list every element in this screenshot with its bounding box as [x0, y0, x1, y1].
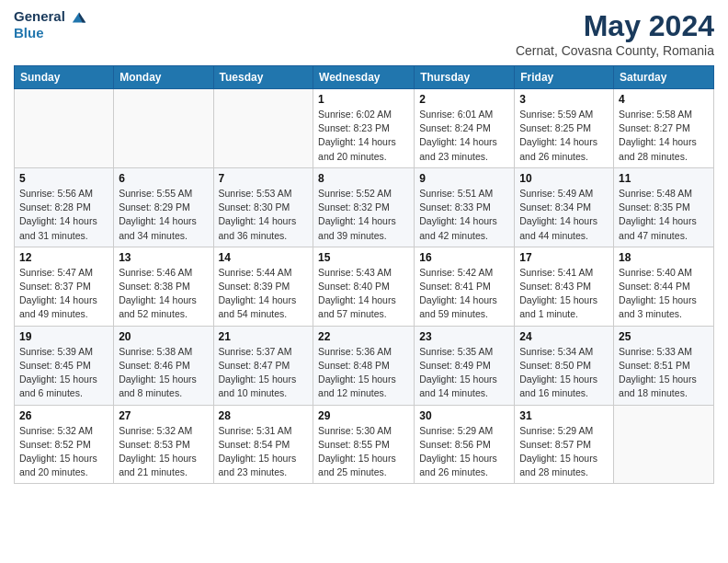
day-info: Sunrise: 5:36 AM Sunset: 8:48 PM Dayligh… — [318, 345, 409, 401]
day-number: 4 — [619, 93, 709, 106]
calendar-cell: 18Sunrise: 5:40 AM Sunset: 8:44 PM Dayli… — [614, 247, 714, 326]
calendar-cell: 24Sunrise: 5:34 AM Sunset: 8:50 PM Dayli… — [515, 326, 614, 405]
day-info: Sunrise: 5:49 AM Sunset: 8:34 PM Dayligh… — [519, 187, 609, 243]
day-number: 15 — [318, 251, 409, 264]
calendar-cell: 11Sunrise: 5:48 AM Sunset: 8:35 PM Dayli… — [614, 167, 714, 247]
header: General Blue May 2024 Cernat, Covasna Co… — [14, 9, 714, 58]
calendar-cell: 9Sunrise: 5:51 AM Sunset: 8:33 PM Daylig… — [415, 167, 515, 247]
calendar-week: 12Sunrise: 5:47 AM Sunset: 8:37 PM Dayli… — [15, 247, 714, 326]
calendar-cell — [614, 405, 714, 484]
day-info: Sunrise: 5:40 AM Sunset: 8:44 PM Dayligh… — [619, 266, 709, 322]
day-number: 31 — [519, 409, 609, 422]
day-info: Sunrise: 5:52 AM Sunset: 8:32 PM Dayligh… — [318, 187, 409, 243]
day-number: 14 — [219, 251, 309, 264]
subtitle: Cernat, Covasna County, Romania — [516, 43, 714, 58]
day-info: Sunrise: 6:02 AM Sunset: 8:23 PM Dayligh… — [318, 108, 409, 164]
day-info: Sunrise: 5:34 AM Sunset: 8:50 PM Dayligh… — [519, 345, 609, 401]
calendar: SundayMondayTuesdayWednesdayThursdayFrid… — [14, 65, 714, 484]
calendar-cell: 23Sunrise: 5:35 AM Sunset: 8:49 PM Dayli… — [415, 326, 515, 405]
day-info: Sunrise: 5:38 AM Sunset: 8:46 PM Dayligh… — [119, 345, 208, 401]
calendar-cell: 15Sunrise: 5:43 AM Sunset: 8:40 PM Dayli… — [313, 247, 415, 326]
day-number: 24 — [519, 330, 609, 343]
day-number: 23 — [419, 330, 509, 343]
day-info: Sunrise: 5:39 AM Sunset: 8:45 PM Dayligh… — [19, 345, 108, 401]
calendar-cell: 29Sunrise: 5:30 AM Sunset: 8:55 PM Dayli… — [313, 405, 415, 484]
day-number: 3 — [519, 93, 609, 106]
calendar-cell: 21Sunrise: 5:37 AM Sunset: 8:47 PM Dayli… — [213, 326, 313, 405]
weekday-header: Tuesday — [213, 66, 313, 89]
calendar-cell: 31Sunrise: 5:29 AM Sunset: 8:57 PM Dayli… — [515, 405, 614, 484]
day-number: 30 — [419, 409, 509, 422]
logo: General Blue — [14, 9, 87, 41]
day-number: 8 — [318, 172, 409, 185]
calendar-cell: 27Sunrise: 5:32 AM Sunset: 8:53 PM Dayli… — [114, 405, 213, 484]
main-title: May 2024 — [516, 9, 714, 43]
calendar-header: SundayMondayTuesdayWednesdayThursdayFrid… — [15, 66, 714, 89]
day-info: Sunrise: 5:51 AM Sunset: 8:33 PM Dayligh… — [419, 187, 509, 243]
day-number: 2 — [419, 93, 509, 106]
logo-general: General — [14, 8, 65, 24]
day-number: 19 — [19, 330, 108, 343]
day-number: 21 — [219, 330, 309, 343]
weekday-row: SundayMondayTuesdayWednesdayThursdayFrid… — [15, 66, 714, 89]
day-info: Sunrise: 5:55 AM Sunset: 8:29 PM Dayligh… — [119, 187, 208, 243]
calendar-cell — [114, 89, 213, 168]
day-info: Sunrise: 5:35 AM Sunset: 8:49 PM Dayligh… — [419, 345, 509, 401]
calendar-week: 26Sunrise: 5:32 AM Sunset: 8:52 PM Dayli… — [15, 405, 714, 484]
calendar-cell: 20Sunrise: 5:38 AM Sunset: 8:46 PM Dayli… — [114, 326, 213, 405]
day-number: 18 — [619, 251, 709, 264]
day-info: Sunrise: 5:41 AM Sunset: 8:43 PM Dayligh… — [519, 266, 609, 322]
day-info: Sunrise: 5:32 AM Sunset: 8:52 PM Dayligh… — [19, 424, 108, 480]
day-number: 26 — [19, 409, 108, 422]
day-number: 10 — [519, 172, 609, 185]
day-info: Sunrise: 5:29 AM Sunset: 8:56 PM Dayligh… — [419, 424, 509, 480]
calendar-cell: 6Sunrise: 5:55 AM Sunset: 8:29 PM Daylig… — [114, 167, 213, 247]
day-info: Sunrise: 5:46 AM Sunset: 8:38 PM Dayligh… — [119, 266, 208, 322]
day-info: Sunrise: 5:44 AM Sunset: 8:39 PM Dayligh… — [219, 266, 309, 322]
weekday-header: Sunday — [15, 66, 114, 89]
day-number: 11 — [619, 172, 709, 185]
day-info: Sunrise: 5:29 AM Sunset: 8:57 PM Dayligh… — [519, 424, 609, 480]
calendar-cell: 17Sunrise: 5:41 AM Sunset: 8:43 PM Dayli… — [515, 247, 614, 326]
day-number: 17 — [519, 251, 609, 264]
day-info: Sunrise: 5:43 AM Sunset: 8:40 PM Dayligh… — [318, 266, 409, 322]
day-info: Sunrise: 5:47 AM Sunset: 8:37 PM Dayligh… — [19, 266, 108, 322]
calendar-cell: 8Sunrise: 5:52 AM Sunset: 8:32 PM Daylig… — [313, 167, 415, 247]
day-info: Sunrise: 5:32 AM Sunset: 8:53 PM Dayligh… — [119, 424, 208, 480]
logo-icon — [71, 9, 87, 26]
title-area: May 2024 Cernat, Covasna County, Romania — [516, 9, 714, 58]
calendar-cell: 22Sunrise: 5:36 AM Sunset: 8:48 PM Dayli… — [313, 326, 415, 405]
calendar-cell: 28Sunrise: 5:31 AM Sunset: 8:54 PM Dayli… — [213, 405, 313, 484]
day-info: Sunrise: 5:30 AM Sunset: 8:55 PM Dayligh… — [318, 424, 409, 480]
calendar-cell: 25Sunrise: 5:33 AM Sunset: 8:51 PM Dayli… — [614, 326, 714, 405]
day-number: 13 — [119, 251, 208, 264]
day-number: 12 — [19, 251, 108, 264]
day-number: 27 — [119, 409, 208, 422]
calendar-cell: 26Sunrise: 5:32 AM Sunset: 8:52 PM Dayli… — [15, 405, 114, 484]
weekday-header: Wednesday — [313, 66, 415, 89]
calendar-cell: 16Sunrise: 5:42 AM Sunset: 8:41 PM Dayli… — [415, 247, 515, 326]
day-info: Sunrise: 5:31 AM Sunset: 8:54 PM Dayligh… — [219, 424, 309, 480]
day-number: 29 — [318, 409, 409, 422]
day-info: Sunrise: 5:59 AM Sunset: 8:25 PM Dayligh… — [519, 108, 609, 164]
calendar-week: 19Sunrise: 5:39 AM Sunset: 8:45 PM Dayli… — [15, 326, 714, 405]
calendar-cell: 10Sunrise: 5:49 AM Sunset: 8:34 PM Dayli… — [515, 167, 614, 247]
calendar-cell: 19Sunrise: 5:39 AM Sunset: 8:45 PM Dayli… — [15, 326, 114, 405]
day-info: Sunrise: 5:33 AM Sunset: 8:51 PM Dayligh… — [619, 345, 709, 401]
day-number: 25 — [619, 330, 709, 343]
calendar-cell: 30Sunrise: 5:29 AM Sunset: 8:56 PM Dayli… — [415, 405, 515, 484]
calendar-cell: 12Sunrise: 5:47 AM Sunset: 8:37 PM Dayli… — [15, 247, 114, 326]
day-number: 5 — [19, 172, 108, 185]
calendar-cell: 2Sunrise: 6:01 AM Sunset: 8:24 PM Daylig… — [415, 89, 515, 168]
day-info: Sunrise: 5:42 AM Sunset: 8:41 PM Dayligh… — [419, 266, 509, 322]
day-number: 20 — [119, 330, 208, 343]
calendar-cell — [15, 89, 114, 168]
calendar-cell: 1Sunrise: 6:02 AM Sunset: 8:23 PM Daylig… — [313, 89, 415, 168]
calendar-cell: 4Sunrise: 5:58 AM Sunset: 8:27 PM Daylig… — [614, 89, 714, 168]
day-info: Sunrise: 5:56 AM Sunset: 8:28 PM Dayligh… — [19, 187, 108, 243]
calendar-cell: 13Sunrise: 5:46 AM Sunset: 8:38 PM Dayli… — [114, 247, 213, 326]
day-number: 22 — [318, 330, 409, 343]
day-info: Sunrise: 5:37 AM Sunset: 8:47 PM Dayligh… — [219, 345, 309, 401]
weekday-header: Thursday — [415, 66, 515, 89]
day-number: 28 — [219, 409, 309, 422]
